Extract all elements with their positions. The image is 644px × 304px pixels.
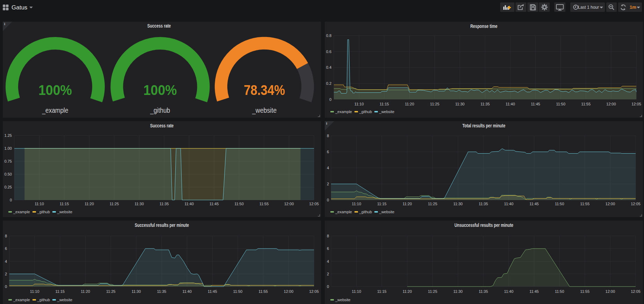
svg-text:0: 0 xyxy=(327,284,329,289)
svg-text:11:10: 11:10 xyxy=(30,289,39,294)
svg-text:11:45: 11:45 xyxy=(208,289,217,294)
svg-text:12:00: 12:00 xyxy=(606,202,615,206)
svg-text:100%: 100% xyxy=(144,82,177,98)
svg-text:11:15: 11:15 xyxy=(56,289,65,294)
svg-text:11:20: 11:20 xyxy=(81,289,90,294)
svg-text:12:00: 12:00 xyxy=(284,202,294,206)
svg-text:11:40: 11:40 xyxy=(504,289,513,294)
svg-text:6: 6 xyxy=(5,246,7,251)
svg-text:11:50: 11:50 xyxy=(556,102,565,106)
svg-text:_example: _example xyxy=(42,106,68,114)
svg-text:11:55: 11:55 xyxy=(580,289,590,294)
svg-text:12:05: 12:05 xyxy=(631,202,641,206)
svg-text:4: 4 xyxy=(327,166,329,170)
svg-text:11:55: 11:55 xyxy=(258,289,268,294)
svg-text:11:10: 11:10 xyxy=(35,202,44,206)
svg-text:11:30: 11:30 xyxy=(134,202,144,206)
svg-text:11:45: 11:45 xyxy=(529,202,539,206)
svg-text:0.4: 0.4 xyxy=(326,65,331,69)
svg-text:11:35: 11:35 xyxy=(157,289,166,294)
svg-text:11:25: 11:25 xyxy=(110,202,119,206)
svg-text:11:40: 11:40 xyxy=(504,202,513,206)
svg-text:12:00: 12:00 xyxy=(606,289,615,294)
svg-text:0: 0 xyxy=(10,198,12,202)
svg-text:11:10: 11:10 xyxy=(354,102,364,106)
svg-text:11:15: 11:15 xyxy=(380,102,389,106)
svg-text:11:30: 11:30 xyxy=(455,102,464,106)
svg-text:11:40: 11:40 xyxy=(182,289,192,294)
svg-text:8: 8 xyxy=(327,134,329,138)
svg-text:11:50: 11:50 xyxy=(234,202,244,206)
svg-text:1.25: 1.25 xyxy=(5,133,12,138)
svg-text:0.2: 0.2 xyxy=(326,81,331,86)
svg-text:11:30: 11:30 xyxy=(453,202,463,206)
svg-text:11:15: 11:15 xyxy=(377,202,387,206)
svg-text:11:40: 11:40 xyxy=(184,202,194,206)
svg-text:11:20: 11:20 xyxy=(403,202,412,206)
svg-text:11:35: 11:35 xyxy=(160,202,169,206)
svg-text:11:45: 11:45 xyxy=(529,289,539,294)
svg-text:11:40: 11:40 xyxy=(506,102,515,106)
svg-text:8: 8 xyxy=(327,234,329,238)
svg-text:2: 2 xyxy=(327,182,329,186)
svg-text:0.50: 0.50 xyxy=(5,172,12,176)
svg-text:11:30: 11:30 xyxy=(132,289,141,294)
svg-text:12:05: 12:05 xyxy=(631,289,641,294)
svg-text:11:20: 11:20 xyxy=(403,289,412,294)
svg-text:11:30: 11:30 xyxy=(453,289,463,294)
svg-text:0.75: 0.75 xyxy=(5,159,12,163)
svg-text:11:20: 11:20 xyxy=(85,202,94,206)
svg-text:6: 6 xyxy=(327,246,329,251)
svg-text:0.8: 0.8 xyxy=(326,34,331,38)
svg-text:12:05: 12:05 xyxy=(309,289,319,294)
svg-text:11:10: 11:10 xyxy=(352,202,361,206)
svg-text:11:25: 11:25 xyxy=(430,102,439,106)
svg-text:0: 0 xyxy=(329,97,331,102)
svg-text:11:35: 11:35 xyxy=(479,289,488,294)
svg-text:4: 4 xyxy=(5,259,7,264)
svg-text:0.6: 0.6 xyxy=(326,50,331,54)
svg-text:11:50: 11:50 xyxy=(555,202,564,206)
svg-text:11:20: 11:20 xyxy=(405,102,414,106)
svg-text:12:00: 12:00 xyxy=(606,102,616,106)
svg-text:11:35: 11:35 xyxy=(479,202,488,206)
svg-text:12:05: 12:05 xyxy=(309,202,319,206)
svg-text:11:25: 11:25 xyxy=(106,289,116,294)
svg-text:4: 4 xyxy=(327,259,329,264)
svg-text:11:25: 11:25 xyxy=(428,289,437,294)
svg-text:1.00: 1.00 xyxy=(5,146,12,150)
svg-text:12:05: 12:05 xyxy=(631,102,641,106)
svg-text:11:50: 11:50 xyxy=(233,289,243,294)
svg-text:100%: 100% xyxy=(38,82,72,98)
svg-text:11:15: 11:15 xyxy=(60,202,69,206)
svg-text:0.25: 0.25 xyxy=(5,185,12,189)
svg-text:0: 0 xyxy=(327,198,329,202)
svg-text:11:25: 11:25 xyxy=(428,202,437,206)
svg-text:11:55: 11:55 xyxy=(259,202,269,206)
svg-text:11:45: 11:45 xyxy=(531,102,540,106)
svg-text:78.34%: 78.34% xyxy=(244,82,285,98)
svg-text:11:10: 11:10 xyxy=(352,289,361,294)
svg-text:11:55: 11:55 xyxy=(581,102,591,106)
svg-text:8: 8 xyxy=(5,234,7,238)
svg-text:11:45: 11:45 xyxy=(210,202,219,206)
svg-text:11:55: 11:55 xyxy=(580,202,590,206)
svg-text:_website: _website xyxy=(252,106,277,114)
svg-text:2: 2 xyxy=(327,272,329,276)
svg-text:_github: _github xyxy=(150,106,170,114)
svg-text:0: 0 xyxy=(5,284,7,289)
svg-text:6: 6 xyxy=(327,150,329,154)
svg-text:11:50: 11:50 xyxy=(555,289,564,294)
svg-text:11:15: 11:15 xyxy=(377,289,387,294)
svg-text:2: 2 xyxy=(5,272,7,276)
svg-text:12:00: 12:00 xyxy=(284,289,294,294)
svg-text:11:35: 11:35 xyxy=(481,102,490,106)
